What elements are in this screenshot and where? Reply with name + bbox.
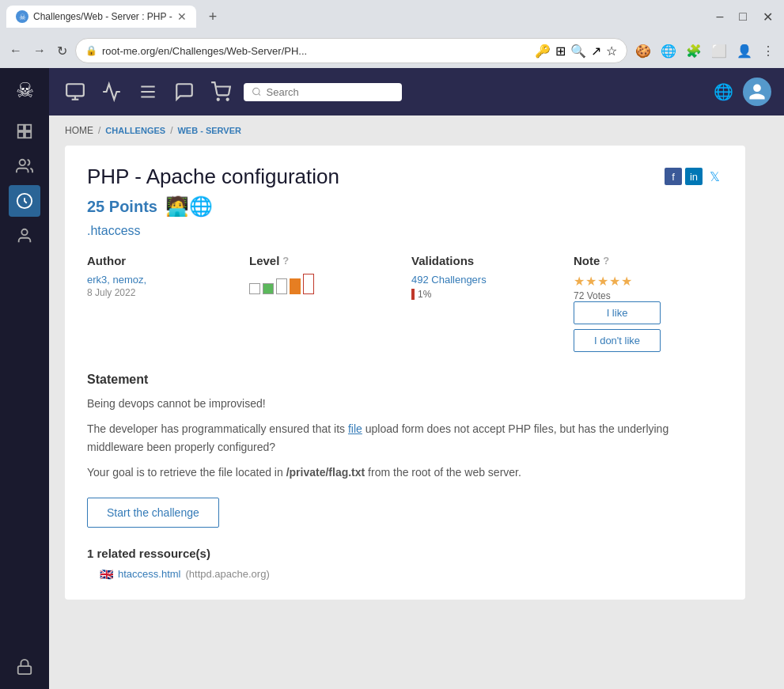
- search-input[interactable]: [267, 86, 394, 98]
- maximize-button[interactable]: □: [734, 8, 752, 25]
- level-help-icon[interactable]: ?: [282, 255, 289, 267]
- reload-button[interactable]: ↻: [54, 40, 70, 62]
- site-logo[interactable]: ☠: [9, 74, 40, 106]
- author-date: 8 July 2022: [87, 287, 237, 298]
- sidebar-item-profile[interactable]: [9, 115, 40, 147]
- forum-icon[interactable]: [171, 78, 198, 105]
- statement-line2: The developer has programmatically ensur…: [87, 420, 723, 456]
- resource-item: 🇬🇧 htaccess.html (httpd.apache.org): [100, 568, 723, 581]
- linkedin-share-button[interactable]: in: [685, 168, 703, 185]
- svg-rect-7: [18, 666, 32, 674]
- breadcrumb-home[interactable]: HOME: [65, 125, 93, 136]
- star-icon: ☆: [606, 44, 617, 59]
- note-help-icon[interactable]: ?: [603, 255, 609, 267]
- facebook-share-button[interactable]: f: [665, 168, 682, 185]
- minimize-button[interactable]: –: [711, 8, 728, 25]
- search-box[interactable]: [244, 83, 402, 101]
- scoreboard-icon[interactable]: [98, 78, 125, 105]
- htaccess-tag[interactable]: .htaccess: [87, 224, 141, 237]
- puzzle-button[interactable]: 🧩: [683, 42, 705, 60]
- meta-grid: Author erk3, nemoz, 8 July 2022 Level ?: [87, 254, 723, 357]
- share-icon: ↗: [591, 44, 601, 59]
- level-bars: [249, 274, 399, 294]
- points-row: 25 Points 🧑‍💻🌐: [87, 195, 723, 218]
- level-bar-4: [290, 278, 301, 294]
- statement-section: Statement Being devops cannot be improvi…: [87, 373, 723, 528]
- close-tab-button[interactable]: ✕: [177, 10, 187, 23]
- svg-point-11: [218, 99, 219, 100]
- validations-count: 492 Challengers: [411, 274, 561, 286]
- level-section: Level ?: [249, 254, 399, 294]
- file-link[interactable]: file: [348, 422, 362, 435]
- profile-button[interactable]: 👤: [733, 42, 756, 60]
- level-bar-2: [263, 283, 274, 294]
- badge-icon: 🧑‍💻🌐: [165, 195, 213, 218]
- start-challenge-button[interactable]: Start the challenge: [87, 498, 219, 528]
- level-label: Level ?: [249, 254, 399, 267]
- svg-rect-3: [18, 132, 24, 138]
- user-avatar[interactable]: [743, 78, 771, 106]
- main-card: f in 𝕏 PHP - Apache configuration 25 Poi…: [65, 146, 745, 600]
- level-bar-1: [249, 283, 260, 294]
- breadcrumb: HOME / CHALLENGES / WEB - SERVER: [65, 125, 768, 136]
- content-area: 🌐 HOME / CHALLENGES / WEB - SERVER f: [49, 68, 784, 689]
- statement-title: Statement: [87, 373, 723, 387]
- sidebar-item-settings[interactable]: [9, 651, 40, 683]
- sidebar-dark: ☠: [0, 68, 49, 689]
- points-text: 25 Points: [87, 198, 157, 216]
- sidebar-item-challenges[interactable]: [9, 185, 40, 217]
- social-icons: f in 𝕏: [665, 168, 723, 185]
- sidebar-button[interactable]: ⬜: [708, 42, 730, 60]
- resources-section: 1 related ressource(s) 🇬🇧 htaccess.html …: [87, 547, 723, 581]
- svg-line-14: [259, 93, 260, 95]
- level-bar-3: [276, 278, 287, 294]
- url-text: root-me.org/en/Challenges/Web-Server/PH.…: [102, 45, 530, 57]
- nav-right: 🌐: [714, 78, 771, 106]
- new-tab-button[interactable]: +: [203, 6, 224, 28]
- votes-text: 72 Votes: [574, 290, 723, 301]
- svg-point-6: [21, 229, 27, 235]
- address-bar[interactable]: 🔒 root-me.org/en/Challenges/Web-Server/P…: [75, 38, 627, 63]
- breadcrumb-challenges[interactable]: CHALLENGES: [105, 126, 165, 135]
- rate-text: 1%: [418, 289, 431, 300]
- back-button[interactable]: ←: [6, 40, 25, 61]
- close-window-button[interactable]: ✕: [758, 8, 778, 26]
- qr-icon: ⊞: [555, 44, 566, 59]
- challenges-icon[interactable]: [62, 78, 89, 105]
- resource-link[interactable]: htaccess.html: [118, 568, 180, 580]
- browser-tab[interactable]: ☠ Challenges/Web - Server : PHP - ✕: [6, 6, 196, 28]
- author-label: Author: [87, 254, 237, 267]
- top-nav: 🌐: [49, 68, 784, 115]
- window-controls: – □ ✕: [711, 8, 778, 26]
- validations-section: Validations 492 Challengers 1%: [411, 254, 561, 300]
- author-names: erk3, nemoz,: [87, 274, 237, 286]
- shop-icon[interactable]: [207, 78, 234, 105]
- page-content: HOME / CHALLENGES / WEB - SERVER f in 𝕏 …: [49, 115, 784, 689]
- svg-rect-8: [66, 84, 84, 96]
- note-label: Note ?: [574, 254, 723, 267]
- twitter-share-button[interactable]: 𝕏: [706, 168, 723, 185]
- author-section: Author erk3, nemoz, 8 July 2022: [87, 254, 237, 298]
- dislike-button[interactable]: I don't like: [574, 329, 661, 352]
- sidebar-item-ranking[interactable]: [9, 150, 40, 182]
- breadcrumb-current: WEB - SERVER: [177, 126, 241, 135]
- svg-rect-2: [25, 132, 31, 138]
- ctf-icon[interactable]: [134, 78, 161, 105]
- cookie-button[interactable]: 🍪: [632, 42, 654, 60]
- language-button[interactable]: 🌐: [714, 82, 733, 101]
- note-section: Note ? ★★★★★ 72 Votes I like I don't lik…: [574, 254, 723, 357]
- browser-actions: 🍪 🌐 🧩 ⬜ 👤 ⋮: [632, 42, 778, 60]
- menu-button[interactable]: ⋮: [759, 42, 778, 60]
- svg-rect-0: [18, 125, 24, 131]
- address-bar-row: ← → ↻ 🔒 root-me.org/en/Challenges/Web-Se…: [0, 33, 784, 68]
- title-bar: ☠ Challenges/Web - Server : PHP - ✕ + – …: [0, 0, 784, 33]
- resources-title: 1 related ressource(s): [87, 547, 723, 560]
- like-button[interactable]: I like: [574, 301, 661, 324]
- resource-flag-icon: 🇬🇧: [100, 568, 113, 581]
- forward-button[interactable]: →: [30, 40, 49, 61]
- svg-point-4: [20, 160, 25, 165]
- rate-bar: [411, 289, 415, 300]
- sidebar-item-extra[interactable]: [9, 220, 40, 252]
- globe-button[interactable]: 🌐: [657, 42, 680, 60]
- statement-line3: Your goal is to retrieve the file locate…: [87, 464, 723, 481]
